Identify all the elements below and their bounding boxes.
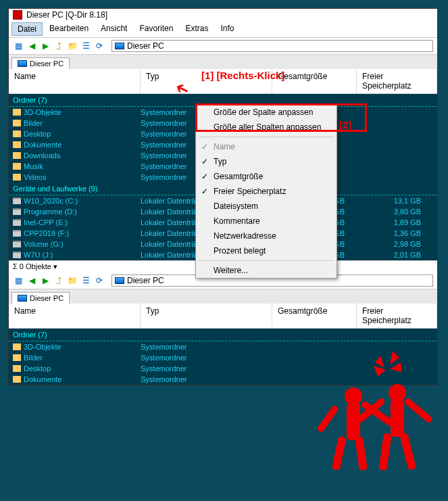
titlebar: Dieser PC [Q-Dir 8.18] xyxy=(9,9,437,21)
refresh-icon[interactable]: ⟳ xyxy=(94,41,105,51)
menu-ansicht[interactable]: Ansicht xyxy=(95,22,132,36)
item-name: Desktop xyxy=(24,130,51,138)
group-folders-2[interactable]: Ordner (7) xyxy=(9,329,437,341)
menu-bearbeiten[interactable]: Bearbeiten xyxy=(44,22,94,36)
item-name: Downloads xyxy=(24,151,60,160)
list-item[interactable]: Bilder Systemordner xyxy=(9,352,437,363)
up-icon[interactable]: ⮥ xyxy=(53,275,64,286)
ctx-col-comments[interactable]: Kommentare xyxy=(196,214,337,229)
col-free[interactable]: Freier Speicherplatz xyxy=(357,69,437,93)
list-item[interactable]: 3D-Objekte Systemordner xyxy=(9,341,437,352)
ctx-col-name[interactable]: Name xyxy=(196,139,337,154)
svg-point-0 xyxy=(345,387,362,405)
col-typ[interactable]: Typ xyxy=(141,69,272,93)
view-icon[interactable]: ☰ xyxy=(80,275,91,286)
ctx-col-typ[interactable]: Typ xyxy=(196,154,337,169)
item-size xyxy=(272,375,357,383)
col-name[interactable]: Name xyxy=(9,304,141,328)
item-free xyxy=(357,141,433,149)
item-free: 1,36 GB xyxy=(357,229,433,237)
item-size xyxy=(272,364,357,373)
tab-label: Dieser PC xyxy=(30,59,64,68)
ctx-col-size[interactable]: Gesamtgröße xyxy=(196,169,337,184)
forward-icon[interactable]: ▶ xyxy=(40,41,51,51)
item-free: 1,89 GB xyxy=(357,218,433,226)
item-name: Bilder xyxy=(24,119,43,127)
svg-rect-8 xyxy=(378,433,392,471)
refresh-icon[interactable]: ⟳ xyxy=(94,275,105,286)
menu-datei[interactable]: Datei xyxy=(11,22,43,36)
ctx-col-free[interactable]: Freier Speicherplatz xyxy=(196,184,337,199)
folder-icon xyxy=(13,152,21,159)
col-free[interactable]: Freier Speicherplatz xyxy=(357,304,437,328)
address-bar[interactable]: Dieser PC xyxy=(111,40,433,52)
back-icon[interactable]: ◀ xyxy=(26,275,37,286)
item-free xyxy=(357,130,433,138)
item-name: Bilder xyxy=(24,354,43,362)
svg-rect-11 xyxy=(403,397,434,424)
menu-info[interactable]: Info xyxy=(215,22,239,36)
col-typ[interactable]: Typ xyxy=(141,304,272,328)
item-name: W10_2020c (C:) xyxy=(24,197,78,205)
drive-icon xyxy=(13,241,21,247)
item-free xyxy=(357,119,433,127)
folder-icon xyxy=(13,163,21,170)
item-free xyxy=(357,354,433,362)
list-item[interactable]: Dokumente Systemordner xyxy=(9,374,437,385)
folder-icon[interactable]: 📁 xyxy=(67,41,78,51)
view-icon[interactable]: ☰ xyxy=(80,41,91,51)
back-icon[interactable]: ◀ xyxy=(26,41,37,51)
separator xyxy=(199,137,334,137)
svg-rect-1 xyxy=(347,403,360,440)
tabbar-1: Dieser PC xyxy=(9,55,437,69)
menu-extras[interactable]: Extras xyxy=(180,22,214,36)
forward-icon[interactable]: ▶ xyxy=(40,275,51,286)
item-name: Dokumente xyxy=(24,141,61,149)
item-typ: Systemordner xyxy=(141,343,272,351)
ctx-col-percent[interactable]: Prozent belegt xyxy=(196,243,337,258)
up-icon[interactable]: ⮥ xyxy=(53,41,64,51)
drive-icon xyxy=(13,230,21,237)
col-name[interactable]: Name xyxy=(9,69,141,93)
pc-icon xyxy=(18,60,27,67)
item-typ: Systemordner xyxy=(141,364,272,373)
col-size[interactable]: Gesamtgröße xyxy=(272,69,357,93)
item-size xyxy=(272,354,357,362)
ctx-size-all-columns[interactable]: Größe aller Spalten anpassen xyxy=(196,120,337,135)
item-typ: Systemordner xyxy=(141,375,272,383)
layout-icon[interactable]: ▦ xyxy=(13,41,24,51)
folder-icon xyxy=(13,354,21,361)
folder-icon xyxy=(13,174,21,181)
col-size[interactable]: Gesamtgröße xyxy=(272,304,357,328)
ctx-more[interactable]: Weitere... xyxy=(196,263,337,278)
item-name: Musik xyxy=(24,162,43,170)
svg-rect-4 xyxy=(316,404,339,433)
column-header-1[interactable]: Name Typ Gesamtgröße Freier Speicherplat… xyxy=(9,69,437,94)
tabbar-2: Dieser PC xyxy=(9,289,437,304)
svg-rect-5 xyxy=(360,400,395,427)
item-free: 2,98 GB xyxy=(357,240,433,248)
folder-icon xyxy=(13,130,21,137)
item-free xyxy=(357,364,433,373)
item-free: 2,01 GB xyxy=(357,251,433,259)
menu-favoriten[interactable]: Favoriten xyxy=(134,22,178,36)
tab-dieser-pc-2[interactable]: Dieser PC xyxy=(11,292,70,304)
pc-icon xyxy=(115,277,124,284)
ctx-size-column[interactable]: Größe der Spalte anpassen xyxy=(196,105,337,120)
ctx-col-netaddr[interactable]: Netzwerkadresse xyxy=(196,229,337,243)
item-name: Programme (D:) xyxy=(24,208,77,216)
layout-icon[interactable]: ▦ xyxy=(13,275,24,286)
list-item[interactable]: Desktop Systemordner xyxy=(9,363,437,374)
item-name: Videos xyxy=(24,173,46,181)
folder-icon xyxy=(13,343,21,350)
item-name: 3D-Objekte xyxy=(24,343,61,351)
column-header-2[interactable]: Name Typ Gesamtgröße Freier Speicherplat… xyxy=(9,304,437,329)
item-size xyxy=(272,343,357,351)
tab-dieser-pc[interactable]: Dieser PC xyxy=(11,57,70,69)
item-free xyxy=(357,375,433,383)
svg-rect-9 xyxy=(399,433,416,471)
folder-icon[interactable]: 📁 xyxy=(67,275,78,286)
ctx-col-fs[interactable]: Dateisystem xyxy=(196,199,337,214)
svg-rect-2 xyxy=(332,436,347,471)
menubar: Datei Bearbeiten Ansicht Favoriten Extra… xyxy=(9,21,437,38)
